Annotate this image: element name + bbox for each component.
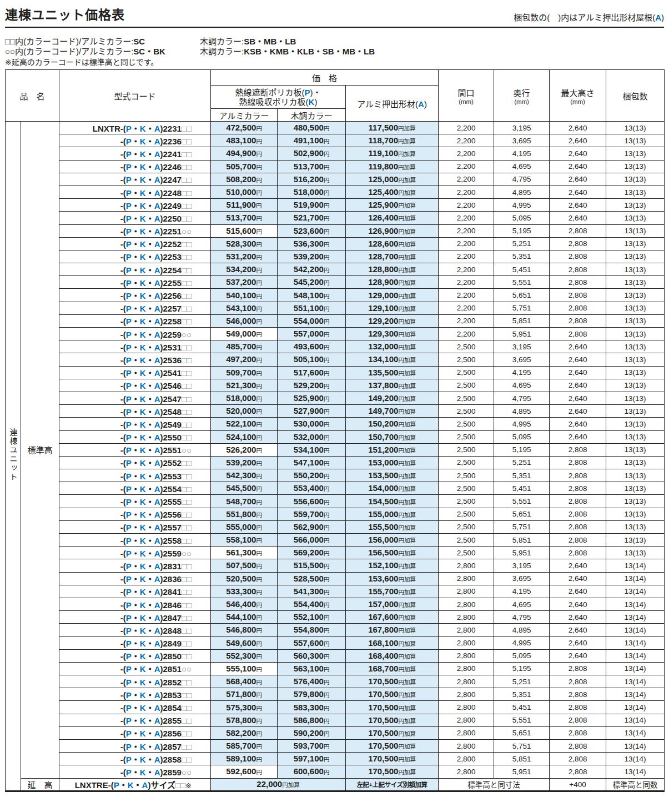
extrusion-add-price: 170,500円加算 (346, 726, 439, 739)
wood-color-price: 542,200円 (278, 263, 346, 276)
table-row: -(P・K・A)2853□□571,800円579,800円170,500円加算… (6, 688, 665, 701)
alumi-color-price: 521,300円 (211, 379, 278, 392)
extrusion-add-price: 168,700円加算 (346, 662, 439, 675)
pack-count-value: 13(13) (606, 122, 665, 134)
extrusion-add-price: 156,500円加算 (346, 547, 439, 559)
model-code: -(P・K・A)2257□□ (59, 302, 211, 314)
maguchi-value: 2,500 (439, 405, 494, 418)
wood-color-price: 528,500円 (278, 572, 346, 585)
okuyuki-value: 4,695 (494, 598, 550, 610)
wood-color-price: 553,400円 (278, 482, 346, 495)
extrusion-add-price: 134,100円加算 (346, 353, 439, 366)
alumi-color-price: 518,000円 (211, 392, 278, 404)
model-code: -(P・K・A)2853□□ (59, 688, 211, 701)
table-row: -(P・K・A)2856□□582,200円590,200円170,500円加算… (6, 726, 665, 739)
extrusion-add-price: 135,500円加算 (346, 366, 439, 379)
alumi-color-price: 511,900円 (211, 199, 278, 212)
okuyuki-value: 4,895 (494, 624, 550, 636)
table-row: -(P・K・A)2854□□575,300円583,300円170,500円加算… (6, 701, 665, 714)
col-header-model-code: 型式コード (59, 70, 211, 122)
pack-count-value: 13(14) (606, 611, 665, 624)
max-height-value: 2,640 (550, 212, 606, 224)
maguchi-value: 2,200 (439, 212, 494, 224)
pack-count-value: 13(14) (606, 701, 665, 714)
extrusion-add-price: 150,200円加算 (346, 418, 439, 430)
table-row: 連棟ユニット標準高LNXTR-(P・K・A)2231□□472,500円480,… (6, 122, 665, 134)
alumi-color-price: 549,600円 (211, 636, 278, 649)
alumi-color-price: 551,800円 (211, 508, 278, 520)
maguchi-value: 2,200 (439, 224, 494, 237)
okuyuki-value: 5,551 (494, 276, 550, 289)
model-code: -(P・K・A)2551○○ (59, 443, 211, 456)
wood-color-price: 566,000円 (278, 534, 346, 547)
okuyuki-value: 4,795 (494, 611, 550, 624)
extrusion-add-price: 125,000円加算 (346, 173, 439, 186)
table-row: -(P・K・A)2241□□494,900円502,900円119,100円加算… (6, 147, 665, 160)
wood-color-price: 557,600円 (278, 636, 346, 649)
extended-model-code: LNXTRE-(P・K・A)サイズ□□※ (59, 778, 211, 791)
model-code: -(P・K・A)2549□□ (59, 418, 211, 430)
max-height-value: 2,640 (550, 122, 606, 134)
model-code: -(P・K・A)2247□□ (59, 173, 211, 186)
extrusion-add-price: 153,500円加算 (346, 469, 439, 482)
max-height-value: 2,808 (550, 443, 606, 456)
max-height-value: 2,640 (550, 430, 606, 443)
pack-count-value: 13(13) (606, 379, 665, 392)
model-code: -(P・K・A)2259○○ (59, 328, 211, 340)
maguchi-value: 2,800 (439, 598, 494, 610)
extrusion-add-price: 129,200円加算 (346, 314, 439, 327)
table-row: -(P・K・A)2259○○549,000円557,000円129,300円加算… (6, 328, 665, 340)
wood-color-price: 545,200円 (278, 276, 346, 289)
max-height-value: 2,808 (550, 662, 606, 675)
wood-color-price: 579,800円 (278, 688, 346, 701)
max-height-value: 2,640 (550, 559, 606, 572)
table-row: -(P・K・A)2252□□528,300円536,300円128,600円加算… (6, 237, 665, 250)
wood-color-price: 539,200円 (278, 250, 346, 263)
okuyuki-value: 3,695 (494, 134, 550, 147)
pack-count-value: 13(13) (606, 134, 665, 147)
max-height-value: 2,640 (550, 186, 606, 198)
product-group-label: 連棟ユニット (6, 122, 21, 791)
maguchi-value: 2,500 (439, 547, 494, 559)
wood-color-price: 541,300円 (278, 585, 346, 598)
extrusion-add-price: 167,600円加算 (346, 611, 439, 624)
maguchi-value: 2,800 (439, 649, 494, 662)
max-height-value: 2,808 (550, 675, 606, 688)
alumi-color-price: 540,100円 (211, 289, 278, 302)
max-height-value: 2,808 (550, 237, 606, 250)
wood-color-price: 586,800円 (278, 714, 346, 726)
max-height-value: 2,808 (550, 263, 606, 276)
extended-height-label: 延 高 (21, 778, 59, 791)
pack-count-value: 13(13) (606, 340, 665, 353)
maguchi-value: 2,200 (439, 186, 494, 198)
max-height-value: 2,640 (550, 160, 606, 173)
okuyuki-value: 4,195 (494, 366, 550, 379)
max-height-value: 2,808 (550, 688, 606, 701)
model-code: -(P・K・A)2558□□ (59, 534, 211, 547)
maguchi-value: 2,500 (439, 392, 494, 404)
okuyuki-value: 3,695 (494, 572, 550, 585)
alumi-color-price: 522,100円 (211, 418, 278, 430)
max-height-value: 2,640 (550, 585, 606, 598)
model-code: -(P・K・A)2531□□ (59, 340, 211, 353)
alumi-color-price: 555,000円 (211, 520, 278, 533)
maguchi-value: 2,800 (439, 714, 494, 726)
maguchi-value: 2,800 (439, 765, 494, 778)
extended-extrusion-note: 左記+上記サイズ別額加算 (346, 778, 439, 791)
wood-color-price: 576,400円 (278, 675, 346, 688)
pack-count-value: 13(13) (606, 328, 665, 340)
model-code: -(P・K・A)2553□□ (59, 469, 211, 482)
alumi-color-price: 534,200円 (211, 263, 278, 276)
pack-count-value: 13(13) (606, 456, 665, 469)
col-header-max-height: 最大高さ(mm) (550, 70, 606, 122)
okuyuki-value: 4,695 (494, 160, 550, 173)
max-height-value: 2,640 (550, 624, 606, 636)
model-code: -(P・K・A)2857□□ (59, 740, 211, 753)
pack-count-value: 13(13) (606, 147, 665, 160)
model-code: -(P・K・A)2256□□ (59, 289, 211, 302)
col-header-extrusion: アルミ押出形材(A) (346, 86, 439, 122)
extrusion-add-price: 167,800円加算 (346, 624, 439, 636)
pack-count-value: 13(13) (606, 212, 665, 224)
wood-color-price: 600,600円 (278, 765, 346, 778)
alumi-color-price: 558,100円 (211, 534, 278, 547)
